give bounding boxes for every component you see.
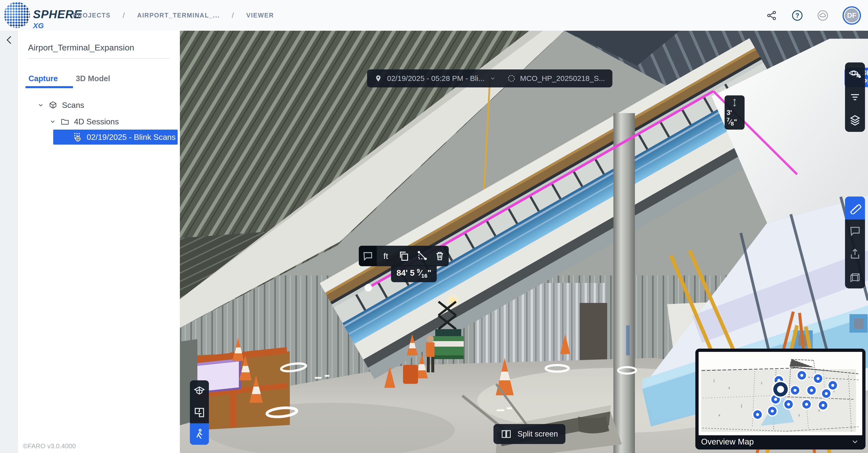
measure-tool-active[interactable]	[845, 197, 865, 220]
share-icon[interactable]	[766, 10, 778, 21]
split-screen-icon	[501, 429, 512, 439]
scan-point[interactable]	[814, 374, 822, 383]
height-measurement-label[interactable]: 3' 7⁄8"	[724, 95, 745, 130]
overview-map-title: Overview Map	[701, 437, 754, 447]
chevron-down-icon	[50, 118, 56, 125]
angle-measure-icon[interactable]	[413, 246, 431, 266]
scan-point[interactable]	[791, 386, 799, 394]
chevron-down-icon	[37, 102, 44, 108]
distance-measurement-label[interactable]: 84' 5 9⁄16"	[391, 265, 437, 282]
tree-item-label: 02/19/2025 - Blink Scans	[87, 133, 176, 142]
tree-item-scans[interactable]: Scans	[37, 98, 84, 112]
scan-point[interactable]	[798, 371, 806, 380]
tree-item-blink-scans-selected[interactable]: 02/19/2025 - Blink Scans	[53, 130, 178, 144]
sidebar-back-strip	[0, 31, 18, 453]
folder-icon	[60, 117, 69, 126]
layers-icon[interactable]	[845, 109, 865, 132]
navigation-mode-stack	[190, 380, 209, 445]
back-button[interactable]	[4, 34, 15, 45]
cloud-status-icon[interactable]	[817, 10, 829, 21]
walk-mode-active[interactable]	[190, 423, 209, 445]
scan-point[interactable]	[819, 401, 827, 410]
breadcrumb-projects[interactable]: PROJECTS	[73, 12, 111, 19]
sidebar-panel: Airport_Terminal_Expansion Capture 3D Mo…	[18, 31, 179, 453]
overview-map-bar: Overview Map	[699, 435, 862, 448]
delete-measurement-icon[interactable]	[431, 246, 449, 266]
breadcrumb-viewer[interactable]: VIEWER	[246, 12, 274, 19]
project-title: Airport_Terminal_Expansion	[28, 43, 134, 53]
scan-point[interactable]	[753, 410, 762, 419]
current-scan-point[interactable]	[773, 382, 788, 396]
location-pin-icon	[375, 74, 382, 83]
version-text: ©FARO v3.0.4000	[23, 442, 76, 450]
split-screen-label: Split screen	[518, 429, 558, 439]
distance-whole: 84' 5	[397, 268, 417, 278]
export-tool-icon[interactable]	[845, 242, 865, 265]
tab-capture[interactable]: Capture	[29, 72, 58, 88]
scan-point[interactable]	[829, 381, 837, 390]
height-denominator: 8	[731, 121, 734, 127]
avatar[interactable]: DF	[842, 6, 861, 25]
cube-tool-icon[interactable]	[845, 265, 865, 288]
breadcrumb-separator: /	[231, 11, 234, 20]
tab-3d-model[interactable]: 3D Model	[76, 72, 110, 88]
scan-point[interactable]	[771, 395, 780, 403]
floorplan-view-icon[interactable]	[190, 402, 209, 423]
height-whole: 3'	[726, 109, 732, 117]
active-tab-underline	[26, 86, 73, 88]
faro-sphere-logo-icon	[4, 2, 30, 28]
height-suffix: "	[734, 118, 737, 126]
breadcrumb: PROJECTS / AIRPORT_TERMINAL_... / VIEWER	[73, 0, 274, 31]
breadcrumb-project[interactable]: AIRPORT_TERMINAL_...	[137, 12, 220, 19]
scan-point[interactable]	[807, 386, 816, 394]
distance-suffix: "	[428, 268, 432, 278]
help-icon[interactable]: ?	[792, 10, 803, 21]
sidebar-tabs: Capture 3D Model	[18, 72, 179, 88]
breadcrumb-separator: /	[123, 11, 125, 20]
copy-measurement-icon[interactable]	[395, 246, 413, 266]
tree-item-4d-sessions[interactable]: 4D Sessions	[50, 114, 119, 129]
scan-point[interactable]	[822, 389, 831, 398]
scan-select[interactable]: MCO_HP_20250218_S...	[507, 74, 605, 83]
overview-map-canvas[interactable]	[699, 352, 862, 435]
measurement-comment-icon[interactable]	[359, 246, 377, 266]
divider	[28, 58, 169, 59]
blink-scan-icon	[72, 132, 83, 142]
measurement-toolbar: ft	[359, 246, 449, 266]
height-numerator: 7	[726, 117, 730, 123]
chevron-down-icon[interactable]	[851, 438, 859, 446]
scans-cube-icon	[49, 101, 58, 109]
scan-circle-icon	[507, 74, 516, 83]
tools-toolbar	[845, 197, 865, 288]
capture-date-select[interactable]: 02/19/2025 - 05:28 PM - Bli...	[387, 74, 485, 83]
header-actions: ? DF	[766, 0, 861, 31]
distance-denominator: 16	[421, 273, 427, 279]
unit-toggle[interactable]: ft	[377, 246, 395, 266]
top-bar: SPHERE XG PROJECTS / AIRPORT_TERMINAL_..…	[0, 0, 868, 31]
comments-tool-icon[interactable]	[845, 220, 865, 242]
view-settings-toolbar	[845, 62, 865, 132]
location-bar: 02/19/2025 - 05:28 PM - Bli... MCO_HP_20…	[367, 69, 612, 88]
chevron-down-icon[interactable]	[490, 75, 496, 82]
scan-point[interactable]	[768, 407, 777, 415]
split-screen-button[interactable]: Split screen	[493, 424, 565, 444]
scan-name: MCO_HP_20250218_S...	[520, 74, 605, 83]
pano-viewer[interactable]: 02/19/2025 - 05:28 PM - Bli... MCO_HP_20…	[180, 31, 868, 453]
tree-item-label: 4D Sessions	[74, 117, 119, 126]
overview-map-panel: Overview Map	[695, 349, 866, 450]
tree-item-label: Scans	[62, 101, 84, 110]
svg-text:?: ?	[795, 12, 799, 19]
visibility-settings-icon[interactable]	[845, 62, 865, 86]
filter-icon[interactable]	[845, 86, 865, 109]
vertical-arrows-icon	[732, 98, 737, 107]
distance-numerator: 9	[417, 268, 420, 274]
building-view-icon[interactable]	[190, 380, 209, 402]
